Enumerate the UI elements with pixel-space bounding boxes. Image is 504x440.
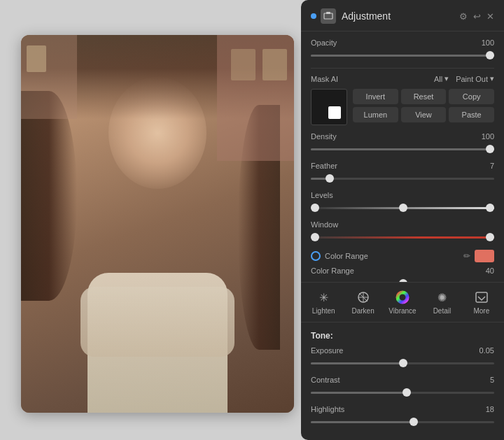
- settings-icon[interactable]: ⚙: [459, 11, 468, 22]
- levels-section: Levels: [311, 191, 494, 213]
- opacity-value: 100: [482, 38, 494, 47]
- mask-paintout-dropdown[interactable]: Paint Out ▾: [456, 74, 494, 83]
- contrast-value: 5: [490, 376, 494, 384]
- panel-header: Adjustment ⚙ ↩ ✕: [301, 0, 504, 31]
- feather-section: Feather 7: [311, 162, 494, 184]
- view-button[interactable]: View: [401, 107, 447, 122]
- vibrance-label: Vibrance: [388, 307, 416, 315]
- levels-slider[interactable]: [311, 202, 494, 213]
- mask-ai-label: Mask AI: [311, 75, 338, 83]
- lumen-button[interactable]: Lumen: [353, 107, 398, 122]
- highlights-value: 18: [486, 405, 494, 413]
- color-range-value: 40: [486, 267, 494, 275]
- more-label: More: [473, 307, 489, 315]
- levels-label: Levels: [311, 191, 333, 199]
- eyedropper-icon[interactable]: ✏: [463, 251, 470, 261]
- mask-preview: [311, 89, 347, 125]
- svg-point-6: [398, 292, 407, 302]
- color-range-row: Color Range ✏: [311, 250, 494, 262]
- tabs-container: ✳ Lighten Darken: [301, 282, 504, 322]
- color-range-sub-label: Color Range: [311, 267, 354, 275]
- mask-controls: Invert Reset Copy Lumen View Paste: [311, 89, 494, 125]
- exposure-slider[interactable]: [311, 357, 494, 369]
- opacity-section: Opacity 100: [311, 38, 494, 61]
- paste-button[interactable]: Paste: [449, 107, 494, 122]
- feather-label: Feather: [311, 162, 337, 170]
- invert-button[interactable]: Invert: [353, 89, 398, 104]
- main-container: Adjustment ⚙ ↩ ✕ Opacity 100: [0, 0, 504, 440]
- opacity-slider[interactable]: [311, 50, 494, 61]
- tone-header: Tone:: [311, 328, 494, 341]
- photo-area: [21, 35, 294, 413]
- back-icon[interactable]: ↩: [473, 11, 481, 22]
- reset-button[interactable]: Reset: [401, 89, 447, 104]
- feather-slider[interactable]: [311, 173, 494, 184]
- color-range-toggle[interactable]: [311, 251, 321, 261]
- window-label: Window: [311, 220, 338, 229]
- window-slider[interactable]: [311, 232, 494, 243]
- opacity-label: Opacity: [311, 38, 337, 47]
- color-swatch[interactable]: [475, 250, 494, 262]
- tab-lighten[interactable]: ✳ Lighten: [304, 287, 343, 318]
- darken-icon: [356, 290, 371, 305]
- header-dot: [311, 13, 316, 19]
- density-slider[interactable]: [311, 143, 494, 155]
- contrast-section: Contrast 5: [311, 376, 494, 398]
- mask-ai-section: Mask AI All ▾ Paint Out ▾: [311, 74, 494, 125]
- panel-icon: [321, 8, 336, 24]
- contrast-slider[interactable]: [311, 387, 494, 398]
- feather-value: 7: [490, 162, 494, 170]
- contrast-label: Contrast: [311, 376, 340, 384]
- tab-vibrance[interactable]: Vibrance: [383, 287, 422, 318]
- exposure-value: 0.05: [479, 346, 494, 355]
- color-range-section: Color Range ✏ Color Range 40: [311, 250, 494, 282]
- more-icon: [474, 290, 489, 305]
- mask-all-dropdown[interactable]: All ▾: [434, 74, 449, 83]
- exposure-label: Exposure: [311, 346, 343, 355]
- detail-label: Detail: [433, 307, 451, 315]
- panel-title: Adjustment: [342, 10, 459, 22]
- exposure-section: Exposure 0.05: [311, 346, 494, 369]
- vibrance-icon: [395, 290, 410, 305]
- lighten-icon: ✳: [316, 290, 331, 305]
- tone-section: Tone: Exposure 0.05 Contrast 5: [301, 322, 504, 440]
- density-value: 100: [482, 132, 494, 141]
- highlights-slider[interactable]: [311, 416, 494, 427]
- darken-label: Darken: [351, 307, 374, 315]
- header-actions: ⚙ ↩ ✕: [459, 11, 494, 22]
- tab-detail[interactable]: ✺ Detail: [422, 287, 461, 318]
- highlights-section: Highlights 18: [311, 405, 494, 427]
- density-section: Density 100: [311, 132, 494, 155]
- mask-preview-white: [328, 106, 341, 119]
- close-icon[interactable]: ✕: [486, 11, 494, 22]
- window-section: Window: [311, 220, 494, 243]
- tab-darken[interactable]: Darken: [343, 287, 382, 318]
- color-range-label: Color Range: [325, 252, 459, 260]
- panel-body: Opacity 100 Mask AI All: [301, 31, 504, 282]
- copy-button[interactable]: Copy: [449, 89, 494, 104]
- highlights-label: Highlights: [311, 405, 344, 413]
- density-label: Density: [311, 132, 337, 141]
- adjustment-panel: Adjustment ⚙ ↩ ✕ Opacity 100: [301, 0, 504, 440]
- svg-rect-1: [326, 12, 330, 14]
- color-range-slider[interactable]: [311, 278, 494, 282]
- detail-icon: ✺: [434, 290, 449, 305]
- mask-buttons: Invert Reset Copy Lumen View Paste: [353, 89, 494, 125]
- tab-more[interactable]: More: [462, 287, 501, 318]
- svg-rect-0: [324, 13, 332, 19]
- lighten-label: Lighten: [312, 307, 335, 315]
